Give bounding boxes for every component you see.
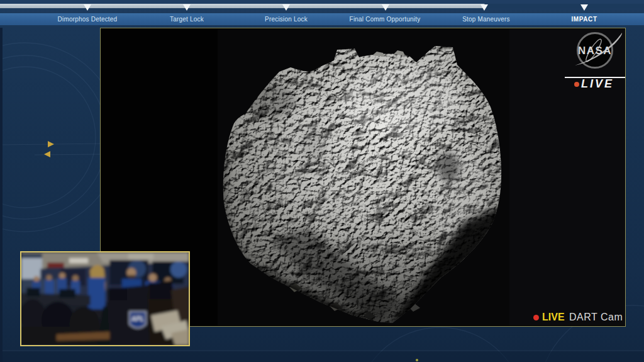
svg-text:NASA: NASA — [578, 45, 612, 57]
